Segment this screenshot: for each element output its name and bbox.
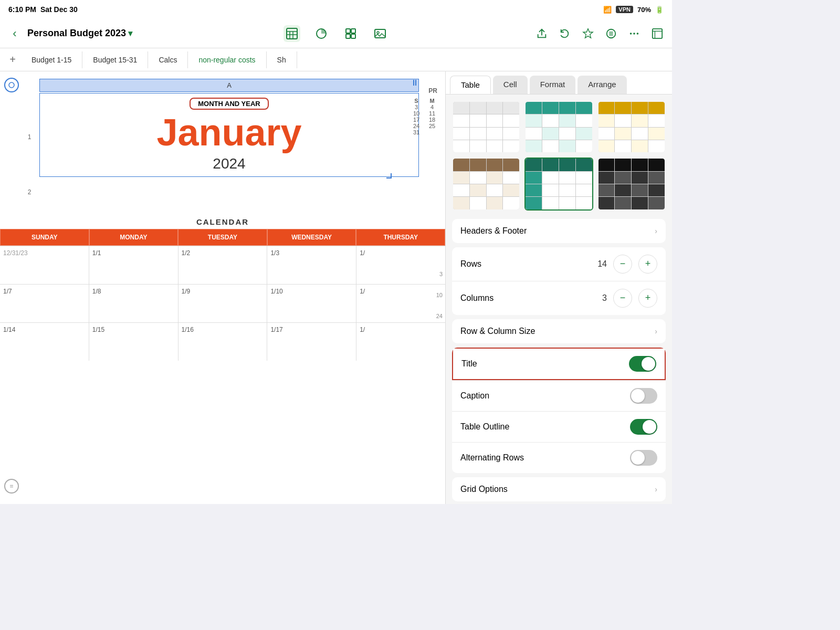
add-sheet-button[interactable]: + (4, 51, 21, 68)
mini-cal-24: 24 (408, 123, 424, 129)
tab-sh[interactable]: Sh (267, 51, 297, 68)
row-column-size-label: Row & Column Size (460, 327, 535, 336)
svg-rect-19 (653, 28, 662, 38)
table-style-yellow[interactable] (597, 101, 666, 153)
status-bar: 6:10 PM Sat Dec 30 📶 VPN 70% 🔋 (0, 0, 672, 19)
share-icon (536, 28, 548, 39)
columns-row: Columns 3 − + (452, 281, 666, 315)
cal-cell-13[interactable]: 1/3 (267, 246, 356, 284)
resize-handle[interactable] (386, 173, 392, 178)
spreadsheet-view-icon (652, 28, 663, 39)
svg-point-11 (377, 32, 379, 34)
cal-cell-18[interactable]: 1/8 (89, 285, 178, 322)
col-plus-icon: + (645, 292, 651, 303)
svg-rect-0 (287, 28, 297, 39)
rows-minus-button[interactable]: − (613, 255, 632, 274)
headers-footer-row[interactable]: Headers & Footer › (452, 219, 666, 243)
spreadsheet-view-button[interactable] (649, 25, 666, 42)
caption-toggle[interactable] (630, 388, 657, 404)
panel-content: Headers & Footer › Rows 14 − (446, 94, 672, 504)
column-a-header: A (39, 79, 419, 92)
cal-cell-1x[interactable]: 1/ (356, 246, 445, 284)
main-content: = A ⏸ MONTH AND YEAR January 2024 (0, 71, 672, 504)
cal-cell-1x3[interactable]: 1/ (356, 323, 445, 361)
tab-cell[interactable]: Cell (493, 76, 528, 94)
row-handle-button[interactable] (4, 78, 19, 92)
plus-icon: + (645, 258, 651, 269)
row-drag-handle[interactable]: = (4, 479, 19, 494)
title-toggle-knob (642, 357, 655, 371)
svg-rect-6 (346, 29, 350, 33)
format-panel: Table Cell Format Arrange (445, 71, 672, 504)
svg-rect-10 (375, 29, 385, 38)
columns-label: Columns (460, 293, 494, 303)
format-list-button[interactable] (603, 25, 620, 42)
cal-cell-11[interactable]: 1/1 (89, 246, 178, 284)
pin-button[interactable] (580, 25, 596, 42)
columns-minus-button[interactable]: − (613, 289, 632, 308)
cal-cell-116[interactable]: 1/16 (178, 323, 268, 361)
tab-calcs[interactable]: Calcs (148, 51, 188, 68)
cal-row-1: 12/31/23 1/1 1/2 1/3 1/ (0, 246, 445, 284)
table-style-teal[interactable] (524, 101, 593, 153)
tab-non-regular[interactable]: non-regular costs (188, 51, 266, 68)
tab-budget-15-31[interactable]: Budget 15-31 (82, 51, 148, 68)
pause-button[interactable]: ⏸ (411, 78, 419, 88)
cal-header-wednesday: WEDNESDAY (267, 229, 356, 246)
cal-cell-17[interactable]: 1/7 (0, 285, 89, 322)
table-tool-button[interactable] (284, 25, 300, 42)
svg-point-17 (633, 33, 635, 35)
rows-plus-button[interactable]: + (638, 255, 657, 274)
tab-budget-1-15[interactable]: Budget 1-15 (21, 51, 82, 68)
image-tool-button[interactable] (372, 25, 388, 42)
columns-stepper: 3 − + (602, 289, 657, 308)
svg-rect-9 (351, 34, 355, 38)
cal-header-thursday: THURSDAY (356, 229, 445, 246)
cal-cell-117[interactable]: 1/17 (267, 323, 356, 361)
battery-icon: 🔋 (655, 6, 664, 14)
tab-format[interactable]: Format (530, 76, 576, 94)
cal-cell-114[interactable]: 1/14 (0, 323, 89, 361)
rows-value: 14 (597, 259, 607, 269)
table-outline-toggle[interactable] (630, 419, 657, 435)
doc-title[interactable]: Personal Budget 2023 ▾ (27, 28, 132, 39)
table-style-black[interactable] (597, 158, 666, 210)
back-chevron-icon: ‹ (13, 27, 16, 40)
row-column-size-group: Row & Column Size › (452, 319, 666, 343)
format-list-icon (605, 28, 617, 39)
tab-arrange[interactable]: Arrange (578, 76, 626, 94)
table-style-white[interactable] (452, 101, 520, 153)
alternating-rows-toggle[interactable] (630, 450, 657, 466)
cal-cell-19[interactable]: 1/9 (178, 285, 268, 322)
month-year-label: MONTH AND YEAR (190, 98, 268, 110)
mini-cal-11: 11 (424, 110, 440, 117)
table-style-brown[interactable] (452, 158, 520, 210)
month-year-cell[interactable]: MONTH AND YEAR January 2024 (39, 93, 419, 177)
title-toggle[interactable] (629, 356, 656, 372)
shapes-tool-button[interactable] (342, 25, 359, 42)
pre-label: PR (428, 87, 437, 94)
cal-cell-1x2[interactable]: 1/ (356, 285, 445, 322)
column-label: A (227, 81, 232, 89)
cal-header-row: SUNDAY MONDAY TUESDAY WEDNESDAY THURSDAY (0, 229, 445, 246)
tab-table[interactable]: Table (450, 76, 491, 94)
grid-options-row[interactable]: Grid Options › (452, 477, 666, 501)
cal-cell-12[interactable]: 1/2 (178, 246, 268, 284)
tab-bar: + Budget 1-15 Budget 15-31 Calcs non-reg… (0, 48, 672, 71)
cal-cell-110[interactable]: 1/10 (267, 285, 356, 322)
cal-cell-1231[interactable]: 12/31/23 (0, 246, 89, 284)
more-button[interactable] (626, 25, 643, 42)
mini-cal-31: 31 (408, 129, 424, 135)
undo-button[interactable] (556, 25, 573, 42)
back-button[interactable]: ‹ (6, 25, 23, 42)
table-style-teal-accent[interactable] (524, 158, 593, 210)
share-button[interactable] (533, 25, 550, 42)
headers-footer-group: Headers & Footer › (452, 219, 666, 243)
row-column-size-row[interactable]: Row & Column Size › (452, 319, 666, 343)
chart-tool-button[interactable] (313, 25, 330, 42)
cal-header-tuesday: TUESDAY (178, 229, 267, 246)
cal-row-2: 1/7 1/8 1/9 1/10 1/ (0, 284, 445, 322)
undo-icon (559, 28, 571, 39)
columns-plus-button[interactable]: + (638, 289, 657, 308)
cal-cell-115[interactable]: 1/15 (89, 323, 178, 361)
